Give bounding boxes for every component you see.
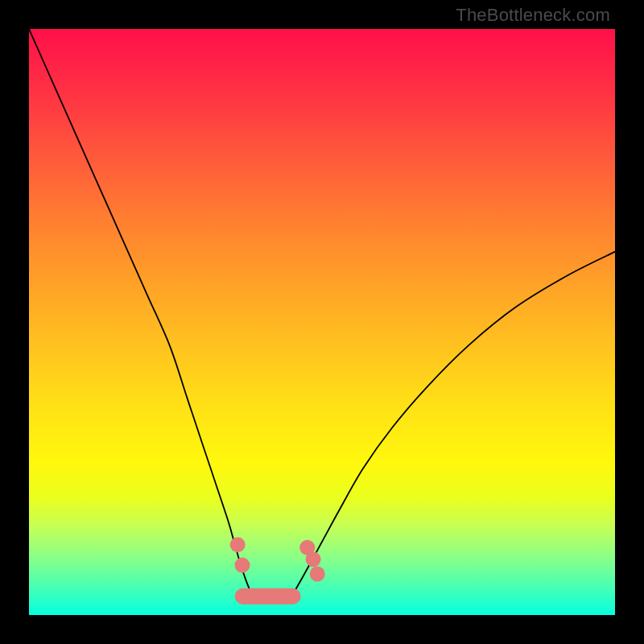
left-curve <box>29 29 252 595</box>
marker-dot <box>230 537 246 552</box>
watermark-text: TheBottleneck.com <box>456 5 610 26</box>
marker-dot <box>234 558 250 573</box>
chart-svg <box>29 29 615 615</box>
chart-plot-area <box>29 29 615 615</box>
marker-dot <box>306 551 321 567</box>
marker-dot <box>310 567 325 582</box>
right-curve <box>293 252 615 595</box>
